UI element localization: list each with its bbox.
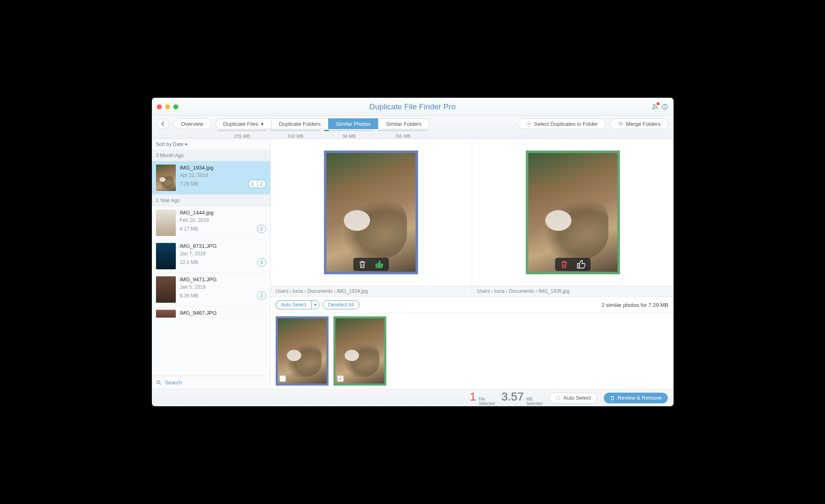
section-header: 1 Year Ago [152,195,270,206]
thumbnail [156,276,176,303]
button-label: Auto Select [563,395,591,401]
count-badge: 3 [257,258,266,266]
tab-label: Similar Photos [336,121,371,127]
button-label: Merge Folders [626,121,661,127]
preview-row: Users › lucia › Documents › IMG_1934.jpg [271,139,674,297]
list-item[interactable]: IMG_1934.jpg Apr 22, 2019 7.29 MB 1 2 [152,161,270,195]
svg-line-7 [159,383,161,384]
stat-label: File [479,397,495,401]
info-icon[interactable] [661,103,669,111]
thumbnail-strip: ✓ [271,313,674,389]
preview-image-right[interactable] [526,151,620,274]
item-size: 12.1 MB [180,259,199,265]
tab-label: Similar Folders [386,121,422,127]
search-icon [156,380,162,386]
thumbnail [156,243,176,269]
merge-folders-button[interactable]: Merge Folders [610,118,669,129]
item-name: IMG_1444.jpg [180,210,266,216]
auto-select-button[interactable]: Auto Select [276,300,311,309]
action-overlay [555,258,591,271]
notification-dot-icon [657,102,660,105]
tab-label: Duplicate Folders [279,121,321,127]
list-item[interactable]: IMG_9731.JPG Jan 7, 2019 12.1 MB 3 [152,240,270,273]
trash-icon[interactable] [357,259,367,269]
rss-icon[interactable] [651,103,659,111]
similar-count-label: 2 similar photos for 7.29 MB [602,302,669,308]
sidebar: Sort by Date ▾ 3 Month Ago IMG_1934.jpg … [152,139,271,389]
section-header: 3 Month Ago [152,150,270,161]
file-count: 1 [470,390,476,403]
sparkle-icon [555,395,561,401]
item-name: IMG_1934.jpg [180,165,266,171]
footer: 1 File Selected 3.57 MB Selected Auto Se… [152,389,674,406]
mb-selected-stat: 3.57 MB Selected [501,390,542,406]
count-badge: 1 [248,180,257,188]
mb-count: 3.57 [501,390,524,403]
select-duplicates-button[interactable]: Select Duplicates in Folder [518,118,606,129]
tabs: Duplicate Files ▾ Duplicate Folders Simi… [215,118,430,129]
deselect-all-button[interactable]: Deselect All [323,300,359,309]
svg-point-0 [652,108,653,109]
app-title: Duplicate File Finder Pro [152,102,674,111]
count-badge: 2 [257,180,266,188]
tab-size: 765 MB [376,134,430,139]
sort-label: Sort by Date [156,141,184,147]
item-date: Apr 22, 2019 [180,172,266,178]
item-size: 7.29 MB [180,181,199,187]
files-selected-stat: 1 File Selected [470,390,495,406]
list-item[interactable]: IMG_1444.jpg Feb 20, 2019 4.17 MB 2 [152,206,270,240]
list-item[interactable]: IMG_9471.JPG Jan 5, 2019 8.36 MB 2 [152,273,270,306]
svg-point-3 [664,105,665,106]
back-button[interactable] [157,118,169,129]
action-overlay [353,258,389,271]
review-remove-button[interactable]: Review & Remove [604,393,668,403]
toolbar: Overview Duplicate Files ▾ Duplicate Fol… [152,116,674,139]
main-panel: Users › lucia › Documents › IMG_1934.jpg [271,139,674,389]
stat-label: MB [526,397,542,401]
thumbs-up-icon[interactable] [375,259,385,269]
trash-icon[interactable] [559,259,569,269]
checkbox[interactable]: ✓ [337,375,344,382]
item-date: Jan 7, 2019 [180,251,266,257]
tab-size: 215 MB [215,134,269,139]
sort-dropdown[interactable]: Sort by Date ▾ [152,139,270,150]
tab-similar-photos[interactable]: Similar Photos [328,118,378,129]
tab-label: Duplicate Files [223,121,258,127]
thumbnail [156,310,176,318]
checkbox[interactable] [279,375,286,382]
breadcrumb: Users › lucia › Documents › IMG_1934.jpg [271,285,472,297]
item-name: IMG_9471.JPG [180,276,266,283]
preview-image-left[interactable] [324,151,418,274]
target-icon [526,121,532,127]
trash-icon [610,395,615,401]
count-badge: 2 [257,225,266,233]
search-placeholder: Search [165,379,182,386]
thumbnail-item[interactable] [276,316,329,386]
item-date: Jan 5, 2019 [180,284,266,290]
tab-similar-folders[interactable]: Similar Folders [378,118,430,129]
preview-pane-right: Users › lucia › Documents › IMG_1935.jpg [472,139,674,297]
count-badge: 2 [257,292,266,300]
svg-point-6 [157,381,160,384]
thumbnail [156,165,176,191]
thumbnail-item[interactable]: ✓ [333,316,386,386]
item-size: 4.17 MB [180,226,199,232]
stat-label: Selected [526,401,542,406]
app-window: Duplicate File Finder Pro Overview Dupli… [152,98,674,406]
svg-point-5 [528,123,529,124]
thumbs-up-icon[interactable] [577,259,586,269]
titlebar: Duplicate File Finder Pro [152,98,674,116]
button-label: Select Duplicates in Folder [534,121,598,127]
tab-duplicate-files[interactable]: Duplicate Files ▾ [215,118,271,129]
item-name: IMG_9467.JPG [180,310,266,316]
search-input[interactable]: Search [152,376,270,389]
auto-select-dropdown[interactable]: ▾ [311,300,319,309]
footer-auto-select-button[interactable]: Auto Select [549,393,597,403]
list-item[interactable]: IMG_9467.JPG [152,306,270,318]
overview-button[interactable]: Overview [173,118,211,129]
selection-toolbar: Auto Select ▾ Deselect All 2 similar pho… [271,297,674,313]
item-size: 8.36 MB [180,293,199,299]
thumbnail [156,210,176,236]
stat-label: Selected [479,401,495,406]
tab-duplicate-folders[interactable]: Duplicate Folders [271,118,328,129]
